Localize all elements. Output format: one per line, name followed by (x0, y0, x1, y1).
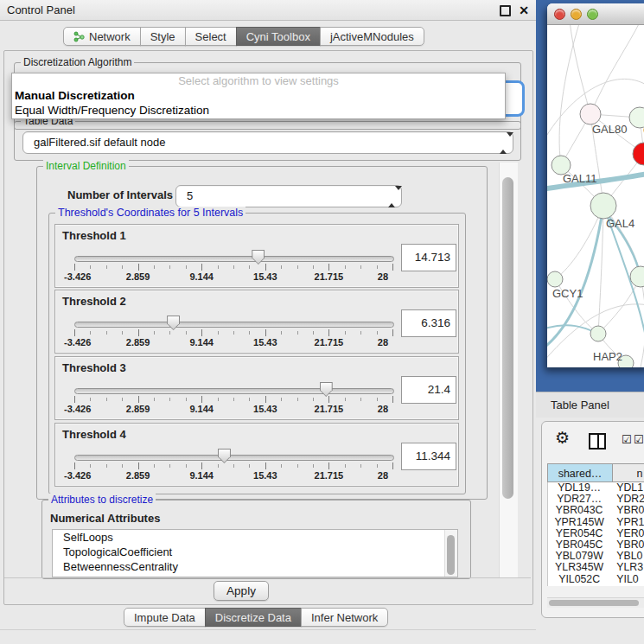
threshold-4-value-field[interactable]: 11.344 (401, 443, 456, 470)
table-row[interactable]: YBR045CYBR0 (548, 539, 644, 551)
scrollbar-thumb[interactable] (447, 535, 455, 575)
column-layout-icon[interactable] (589, 433, 606, 450)
node-hap2[interactable] (590, 326, 606, 341)
slider-ticks (74, 396, 392, 404)
tab-infer-network[interactable]: Infer Network (301, 608, 388, 627)
slider-thumb[interactable] (218, 449, 231, 463)
threshold-1-value-field[interactable]: 14.713 (401, 244, 456, 271)
svg-text:GAL80: GAL80 (592, 123, 627, 136)
slider-ticks (74, 462, 392, 470)
table-row[interactable]: YBL079WYBL0 (548, 551, 644, 562)
table-data-combo[interactable]: galFiltered.sif default node (22, 131, 513, 154)
settings-scrollbar[interactable] (499, 163, 518, 577)
threshold-2-slider[interactable]: -3.4262.8599.14415.4321.71528 (74, 315, 392, 349)
node-selected-red[interactable] (633, 143, 644, 165)
slider-ticks (74, 264, 392, 271)
combo-stepper-icon (500, 137, 507, 149)
slider-track[interactable] (74, 322, 394, 328)
thresholds-coordinates-group: Threshold's Coordinates for 5 Intervals … (48, 213, 466, 494)
attributes-group-title: Attributes to discretize (48, 494, 156, 506)
number-of-intervals-combo[interactable]: 5 (175, 185, 402, 207)
tab-discretize-data[interactable]: Discretize Data (205, 608, 302, 627)
table-row[interactable]: YER054CYER0 (548, 528, 644, 539)
table-horizontal-scrollbar[interactable] (547, 597, 644, 608)
network-canvas[interactable]: GAL80 GA C GAL11 GAL4 GCY1 H HAP2 (547, 25, 644, 367)
control-panel: Control Panel ✕ Network Style Select Cyn… (0, 0, 537, 644)
discretization-algorithm-group-title: Discretization Algorithm (21, 56, 134, 68)
threshold-3-slider[interactable]: -3.4262.8599.14415.4321.71528 (74, 381, 392, 416)
table-panel: ⚙ ☑ ☑ shared… n YDL19…YDL1 YDR27…YDR2 YB… (536, 418, 644, 644)
list-item[interactable]: BetweennessCentrality (53, 559, 457, 574)
list-scrollbar[interactable] (444, 530, 457, 577)
number-of-intervals-value: 5 (187, 186, 193, 207)
thresholds-group-title: Threshold's Coordinates for 5 Intervals (55, 207, 245, 219)
zoom-traffic-light-icon[interactable] (587, 9, 598, 20)
slider-tick-labels: -3.4262.8599.14415.4321.71528 (74, 271, 392, 283)
node-gal80[interactable] (580, 104, 601, 124)
table-row[interactable]: YBR043CYBR0 (548, 505, 644, 516)
node[interactable] (630, 266, 644, 287)
column-header-shared[interactable]: shared… (547, 463, 613, 482)
close-traffic-light-icon[interactable] (554, 9, 565, 20)
close-icon[interactable]: ✕ (519, 1, 529, 20)
node-gal4[interactable] (590, 193, 616, 219)
threshold-3-value-field[interactable]: 21.4 (401, 376, 456, 404)
svg-text:HAP2: HAP2 (593, 350, 622, 363)
network-view-window[interactable]: GAL80 GA C GAL11 GAL4 GCY1 H HAP2 (547, 3, 644, 367)
network-window-titlebar[interactable] (547, 3, 644, 25)
table-row[interactable]: YIL052CYIL0 (548, 574, 644, 585)
dropdown-placeholder-item[interactable]: Select algorithm to view settings (12, 73, 505, 88)
tab-select[interactable]: Select (185, 27, 237, 46)
float-window-icon[interactable] (500, 5, 511, 16)
threshold-2-value-field[interactable]: 6.316 (401, 309, 456, 337)
tab-network-label: Network (89, 30, 131, 43)
threshold-3-box: Threshold 3 -3.4262.8599.14415.4321.7152… (54, 356, 459, 420)
slider-track[interactable] (74, 455, 394, 461)
threshold-3-label: Threshold 3 (62, 361, 126, 374)
node-table: shared… n YDL19…YDL1 YDR27…YDR2 YBR043CY… (547, 463, 644, 586)
threshold-1-slider[interactable]: -3.4262.8599.14415.4321.71528 (74, 249, 392, 284)
slider-thumb[interactable] (252, 250, 265, 265)
tab-network[interactable]: Network (63, 27, 141, 46)
table-row[interactable]: YLR345WYLR3 (548, 562, 644, 573)
threshold-4-box: Threshold 4 -3.4262.8599.14415.4321.7152… (54, 423, 459, 487)
table-panel-frame: ⚙ ☑ ☑ shared… n YDL19…YDL1 YDR27…YDR2 YB… (541, 421, 644, 618)
list-item[interactable]: TopologicalCoefficient (53, 545, 457, 559)
checkbox-icon[interactable]: ☑ (622, 433, 632, 446)
slider-thumb[interactable] (167, 316, 180, 330)
node-gcy1[interactable] (547, 271, 563, 287)
table-row[interactable]: YDL19…YDL1 (548, 482, 644, 494)
dropdown-option-manual[interactable]: Manual Discretization (12, 88, 505, 103)
scrollbar-thumb[interactable] (549, 600, 639, 606)
tab-cyni-toolbox[interactable]: Cyni Toolbox (236, 27, 321, 46)
column-header-name[interactable]: n (613, 463, 644, 482)
network-graph: GAL80 GA C GAL11 GAL4 GCY1 H HAP2 (547, 25, 644, 367)
svg-text:GAL4: GAL4 (606, 217, 634, 230)
threshold-1-box: Threshold 1 -3.4262.8599.14415.4321.7152… (54, 224, 459, 288)
tab-impute-data[interactable]: Impute Data (124, 608, 206, 627)
numerical-attributes-list[interactable]: SelfLoops TopologicalCoefficient Between… (52, 529, 458, 577)
interval-definition-group-title: Interval Definition (43, 160, 129, 172)
table-panel-title: Table Panel (551, 392, 609, 418)
tab-style[interactable]: Style (140, 27, 186, 46)
tab-jactivemnodules[interactable]: jActiveMNodules (320, 27, 424, 46)
minimize-traffic-light-icon[interactable] (571, 9, 582, 20)
table-row[interactable]: YPR145WYPR1 (548, 517, 644, 528)
node[interactable] (629, 107, 644, 128)
control-panel-titlebar: Control Panel ✕ (0, 0, 536, 21)
threshold-4-label: Threshold 4 (62, 428, 126, 441)
apply-button[interactable]: Apply (214, 581, 269, 601)
dropdown-option-equal-width[interactable]: Equal Width/Frequency Discretization (12, 103, 505, 118)
threshold-4-slider[interactable]: -3.4262.8599.14415.4321.71528 (74, 448, 392, 482)
bottom-tab-bar: Impute Data Discretize Data Infer Networ… (124, 608, 388, 627)
separator (4, 577, 531, 578)
slider-track[interactable] (74, 388, 394, 394)
list-item[interactable]: SelfLoops (53, 530, 457, 545)
scrollbar-thumb[interactable] (502, 177, 513, 499)
slider-thumb[interactable] (320, 382, 333, 397)
checkbox-icon[interactable]: ☑ (634, 433, 644, 446)
table-row[interactable]: YDR27…YDR2 (548, 494, 644, 505)
gear-icon[interactable]: ⚙ (555, 429, 570, 448)
slider-track[interactable] (74, 256, 394, 262)
threshold-2-box: Threshold 2 -3.4262.8599.14415.4321.7152… (54, 290, 459, 354)
